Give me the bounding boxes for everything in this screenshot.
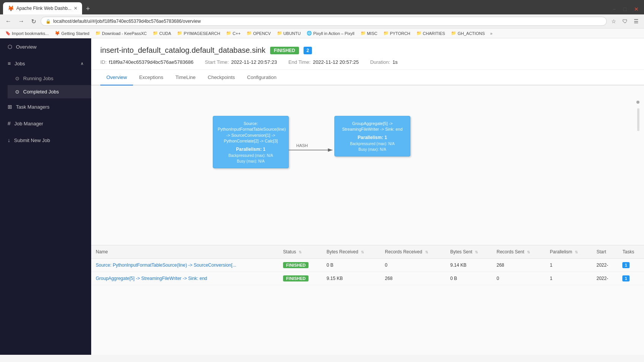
row2-status: FINISHED xyxy=(278,272,322,285)
globe-icon: 🌐 xyxy=(307,31,312,36)
sidebar-item-running-jobs[interactable]: ⊙ Running Jobs xyxy=(8,72,91,85)
completed-jobs-icon: ⊙ xyxy=(15,89,19,95)
firefox-icon: 🦊 xyxy=(55,31,60,36)
bookmark-pyimagesearch[interactable]: 📁 PYIMAGESEARCH xyxy=(175,30,222,36)
sidebar-item-overview[interactable]: ⬡ Overview xyxy=(0,38,91,55)
table-section: Name Status ⇅ Bytes Received ⇅ Records R… xyxy=(91,245,644,285)
job-id-item: ID: f18f9a740ec65379d4bc576ae5783686 xyxy=(100,59,193,65)
row2-name: GroupAggregate[5] -> StreamingFileWriter… xyxy=(91,272,278,285)
node2-busy: Busy (max): N/A xyxy=(339,147,405,152)
sidebar-item-submit-new-job[interactable]: ↓ Submit New Job xyxy=(0,132,91,149)
minimize-button[interactable]: − xyxy=(610,5,618,13)
table-row: GroupAggregate[5] -> StreamingFileWriter… xyxy=(91,272,644,285)
start-time-label: Start Time: xyxy=(205,59,229,65)
folder-icon-5: 📁 xyxy=(247,31,252,36)
bookmark-opencv[interactable]: 📁 OPENCV xyxy=(244,30,273,36)
row2-records-sent: 0 xyxy=(492,272,545,285)
bookmark-pytorch[interactable]: 📁 PYTORCH xyxy=(381,30,413,36)
col-records-received: Records Received ⇅ xyxy=(380,245,446,259)
tabs-bar: Overview Exceptions TimeLine Checkpoints… xyxy=(91,70,644,85)
flow-node-source[interactable]: Source: PythonInputFormatTableSource(lin… xyxy=(213,116,289,168)
tab-title: Apache Flink Web Dashb... xyxy=(16,6,71,11)
tab-exceptions[interactable]: Exceptions xyxy=(133,70,169,85)
tab-overview[interactable]: Overview xyxy=(100,70,133,85)
parallelism-badge: 2 xyxy=(304,47,312,54)
job-meta: ID: f18f9a740ec65379d4bc576ae5783686 Sta… xyxy=(100,59,635,65)
col-tasks: Tasks xyxy=(618,245,644,259)
row1-bytes-received: 0 B xyxy=(322,259,380,272)
sidebar-item-completed-jobs[interactable]: ⊙ Completed Jobs xyxy=(8,85,91,98)
forward-button[interactable]: → xyxy=(16,17,27,25)
row2-bytes-sent: 0 B xyxy=(446,272,492,285)
bookmark-charities[interactable]: 📁 CHARITIES xyxy=(414,30,448,36)
folder-icon-7: 📁 xyxy=(361,31,366,36)
bookmark-pixyll[interactable]: 🌐 Pixyll in Action – Pixyll xyxy=(304,30,356,36)
bookmark-getting-started[interactable]: 🦊 Getting Started xyxy=(52,30,92,36)
bookmark-gh-actions[interactable]: 📁 GH_ACTIONS xyxy=(449,30,487,36)
row1-status-badge: FINISHED xyxy=(283,262,309,268)
overview-icon: ⬡ xyxy=(8,44,12,50)
sidebar-job-manager-label: Job Manager xyxy=(14,121,43,126)
bookmark-star-button[interactable]: ☆ xyxy=(609,17,619,25)
bookmark-import-label: Import bookmarks... xyxy=(12,31,49,36)
end-time-label: End Time: xyxy=(288,59,311,65)
bookmark-import-icon: 🔖 xyxy=(5,31,11,36)
back-button[interactable]: ← xyxy=(3,17,14,25)
menu-button[interactable]: ☰ xyxy=(631,17,641,25)
node1-text: Source: PythonInputFormatTableSource(lin… xyxy=(218,121,284,144)
tab-timeline[interactable]: TimeLine xyxy=(169,70,202,85)
submit-job-icon: ↓ xyxy=(8,137,10,143)
col-bytes-sent: Bytes Sent ⇅ xyxy=(446,245,492,259)
app-container: ⬡ Overview ≡ Jobs ∧ ⊙ Running Jobs ⊙ Com… xyxy=(0,38,644,355)
graph-area: Source: PythonInputFormatTableSource(lin… xyxy=(91,85,644,355)
row1-bytes-sent: 9.14 KB xyxy=(446,259,492,272)
sidebar: ⬡ Overview ≡ Jobs ∧ ⊙ Running Jobs ⊙ Com… xyxy=(0,38,91,355)
active-tab[interactable]: 🦊 Apache Flink Web Dashb... ✕ xyxy=(3,2,82,14)
tab-close-button[interactable]: ✕ xyxy=(74,6,78,11)
row1-records-received: 0 xyxy=(380,259,446,272)
sidebar-item-job-manager[interactable]: # Job Manager xyxy=(0,115,91,132)
shield-button[interactable]: 🛡 xyxy=(620,17,630,25)
bookmark-cpp[interactable]: 📁 C++ xyxy=(224,30,243,36)
row1-tasks-badge: 1 xyxy=(622,262,629,268)
row1-start: 2022- xyxy=(592,259,618,272)
tab-configuration[interactable]: Configuration xyxy=(241,70,282,85)
tab-checkpoints[interactable]: Checkpoints xyxy=(202,70,241,85)
col-records-sent: Records Sent ⇅ xyxy=(492,245,545,259)
sidebar-jobs-header[interactable]: ≡ Jobs ∧ xyxy=(0,55,91,72)
close-browser-button[interactable]: ✕ xyxy=(632,5,641,13)
browser-toolbar: ← → ↻ 🔒 localhost/default/ui/#/job/f18f9… xyxy=(0,14,644,28)
row2-name-link[interactable]: GroupAggregate[5] -> StreamingFileWriter… xyxy=(96,276,207,281)
sidebar-jobs-label: Jobs xyxy=(14,61,25,66)
col-start: Start xyxy=(592,245,618,259)
refresh-button[interactable]: ↻ xyxy=(29,17,38,26)
firefox-favicon: 🦊 xyxy=(8,5,14,11)
maximize-button[interactable]: □ xyxy=(621,5,629,13)
node2-text: GroupAggregate[5] -> StreamingFileWriter… xyxy=(339,121,405,133)
chevron-up-icon: ∧ xyxy=(81,61,84,66)
flow-node-aggregate[interactable]: GroupAggregate[5] -> StreamingFileWriter… xyxy=(334,116,410,156)
bookmark-cuda[interactable]: 📁 CUDA xyxy=(150,30,173,36)
sidebar-item-task-managers[interactable]: ⊞ Task Managers xyxy=(0,98,91,115)
table-scroll: Name Status ⇅ Bytes Received ⇅ Records R… xyxy=(91,245,644,285)
row1-name-link[interactable]: Source: PythonInputFormatTableSource(lin… xyxy=(96,262,236,268)
security-icon: 🔒 xyxy=(46,19,51,24)
svg-text:HASH: HASH xyxy=(296,143,308,148)
row1-name: Source: PythonInputFormatTableSource(lin… xyxy=(91,259,278,272)
row2-parallelism: 1 xyxy=(545,272,592,285)
bookmark-ubuntu[interactable]: 📁 UBUNTU xyxy=(275,30,303,36)
address-bar[interactable]: 🔒 localhost/default/ui/#/job/f18f9a740ec… xyxy=(41,17,607,26)
bookmark-keepassxc[interactable]: 📁 Download - KeePassXC xyxy=(93,30,149,36)
browser-chrome: 🦊 Apache Flink Web Dashb... ✕ + − □ ✕ xyxy=(0,0,644,14)
bookmarks-bar: 🔖 Import bookmarks... 🦊 Getting Started … xyxy=(0,28,644,38)
more-bookmarks-button[interactable]: » xyxy=(489,30,494,36)
browser-tabs: 🦊 Apache Flink Web Dashb... ✕ + − □ ✕ xyxy=(3,2,641,14)
bookmark-misc[interactable]: 📁 MISC xyxy=(358,30,380,36)
folder-icon-10: 📁 xyxy=(451,31,456,36)
bookmark-import[interactable]: 🔖 Import bookmarks... xyxy=(3,30,51,36)
row2-tasks: 1 xyxy=(618,272,644,285)
job-manager-icon: # xyxy=(8,120,11,126)
table-row: Source: PythonInputFormatTableSource(lin… xyxy=(91,259,644,272)
new-tab-button[interactable]: + xyxy=(83,3,93,14)
status-badge: FINISHED xyxy=(270,47,299,54)
